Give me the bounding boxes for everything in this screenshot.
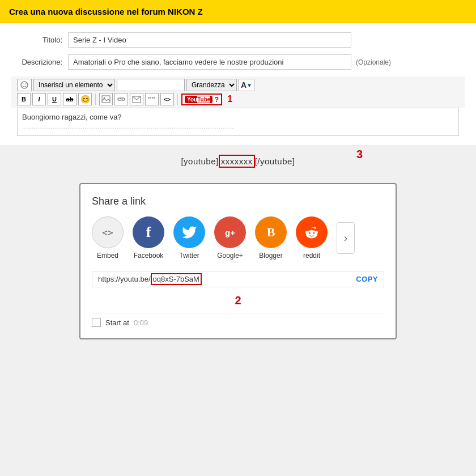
link-btn[interactable]: [114, 93, 128, 105]
facebook-icon: f: [146, 224, 151, 241]
twitter-circle[interactable]: [173, 216, 205, 248]
editor-content-overflow: ........................................…: [22, 122, 453, 130]
toolbar-text-input[interactable]: [117, 79, 185, 91]
blogger-label: Blogger: [259, 252, 282, 260]
quote-btn[interactable]: " ": [145, 93, 159, 105]
titolo-row: Titolo:: [11, 32, 465, 48]
youtube-logo: YouTube: [185, 96, 212, 103]
share-icon-twitter[interactable]: Twitter: [173, 216, 205, 260]
emoji-btn[interactable]: 😊: [78, 93, 92, 105]
forum-form: Titolo: Descrizione: (Opzionale) Inseris…: [0, 23, 476, 145]
bold-btn[interactable]: B: [17, 93, 31, 105]
start-at-row: Start at 0:09: [92, 313, 384, 327]
step2-number: 2: [92, 294, 384, 307]
titolo-label: Titolo:: [11, 36, 68, 44]
googleplus-label: Google+: [217, 252, 243, 260]
svg-rect-3: [102, 96, 110, 103]
descrizione-label: Descrizione:: [11, 58, 68, 66]
descrizione-row: Descrizione: (Opzionale): [11, 54, 465, 70]
share-panel: Share a link <> Embed f Facebook Twitter: [79, 183, 397, 339]
share-icon-googleplus[interactable]: g+ Google+: [214, 216, 246, 260]
share-icon-reddit[interactable]: reddit: [296, 216, 328, 260]
optional-label: (Opzionale): [356, 58, 391, 66]
font-color-btn[interactable]: A ▼: [239, 79, 254, 91]
svg-point-1: [23, 83, 24, 84]
embed-label: Embed: [97, 252, 118, 260]
googleplus-circle[interactable]: g+: [214, 216, 246, 248]
image-btn[interactable]: [99, 93, 113, 105]
code-highlight: xxxxxxx: [219, 155, 255, 168]
share-title: Share a link: [92, 196, 384, 207]
twitter-label: Twitter: [179, 252, 199, 260]
step1-number: 1: [227, 94, 232, 104]
grandezza-select[interactable]: Grandezza: [186, 79, 237, 91]
step3-area: 3 [youtube]xxxxxxx[/youtube]: [0, 145, 476, 172]
strikethrough-btn[interactable]: ab: [63, 93, 76, 105]
titolo-input[interactable]: [68, 32, 351, 48]
insert-element-select[interactable]: Inserisci un elemento: [33, 79, 115, 91]
start-at-checkbox[interactable]: [92, 318, 101, 327]
youtube-question: ?: [214, 95, 219, 104]
url-highlight: oq8xS-7bSaM: [151, 273, 202, 285]
share-icon-embed[interactable]: <> Embed: [92, 216, 124, 260]
toolbar-row1: Inserisci un elemento Grandezza A ▼: [17, 79, 459, 91]
youtube-code: [youtube]xxxxxxx[/youtube]: [6, 156, 470, 166]
blogger-circle[interactable]: B: [255, 216, 287, 248]
toolbar-icon-btn[interactable]: [17, 79, 32, 91]
googleplus-icon: g+: [225, 228, 235, 237]
header-title: Crea una nuova discussione nel forum NIK…: [9, 7, 203, 16]
twitter-icon: [181, 224, 197, 240]
svg-text:": ": [148, 96, 151, 103]
blogger-icon: B: [267, 225, 275, 240]
toolbar-divider1: [95, 94, 96, 105]
email-btn[interactable]: [130, 93, 143, 105]
editor-content: Buongiorno ragazzi, come va?: [22, 113, 454, 121]
reddit-label: reddit: [303, 252, 320, 260]
svg-text:": ": [152, 96, 155, 103]
facebook-label: Facebook: [134, 252, 164, 260]
svg-point-2: [26, 83, 27, 84]
descrizione-input[interactable]: [68, 54, 351, 70]
forum-header: Crea una nuova discussione nel forum NIK…: [0, 0, 476, 23]
share-icon-facebook[interactable]: f Facebook: [133, 216, 164, 260]
underline-btn[interactable]: U: [48, 93, 61, 105]
next-icon[interactable]: ›: [337, 222, 355, 254]
copy-button[interactable]: COPY: [356, 275, 378, 283]
toolbar-area: Inserisci un elemento Grandezza A ▼ B I …: [11, 76, 465, 108]
reddit-icon: [303, 224, 320, 241]
next-chevron: ›: [344, 232, 347, 244]
svg-point-9: [309, 232, 311, 234]
step3-number: 3: [356, 148, 363, 161]
facebook-circle[interactable]: f: [133, 216, 164, 248]
reddit-circle[interactable]: [296, 216, 328, 248]
text-editor[interactable]: Buongiorno ragazzi, come va? ...........…: [17, 108, 459, 136]
youtube-btn[interactable]: YouTube ?: [181, 94, 222, 105]
svg-point-10: [313, 232, 314, 234]
toolbar-row2: B I U ab 😊: [17, 93, 459, 105]
code-btn[interactable]: <>: [160, 93, 174, 105]
svg-point-0: [21, 82, 28, 88]
embed-circle[interactable]: <>: [92, 216, 124, 248]
share-icons-row: <> Embed f Facebook Twitter g+ Goo: [92, 216, 384, 260]
url-row: https://youtu.be/oq8xS-7bSaM COPY: [92, 271, 384, 287]
toolbar-divider2: [177, 94, 178, 105]
embed-symbol: <>: [102, 227, 113, 238]
italic-btn[interactable]: I: [32, 93, 46, 105]
time-value: 0:09: [134, 318, 148, 327]
code-prefix: [youtube]: [181, 156, 218, 166]
url-text: https://youtu.be/oq8xS-7bSaM: [98, 275, 356, 283]
share-icon-blogger[interactable]: B Blogger: [255, 216, 287, 260]
start-at-label: Start at: [105, 318, 129, 327]
code-suffix: [/youtube]: [255, 156, 295, 166]
